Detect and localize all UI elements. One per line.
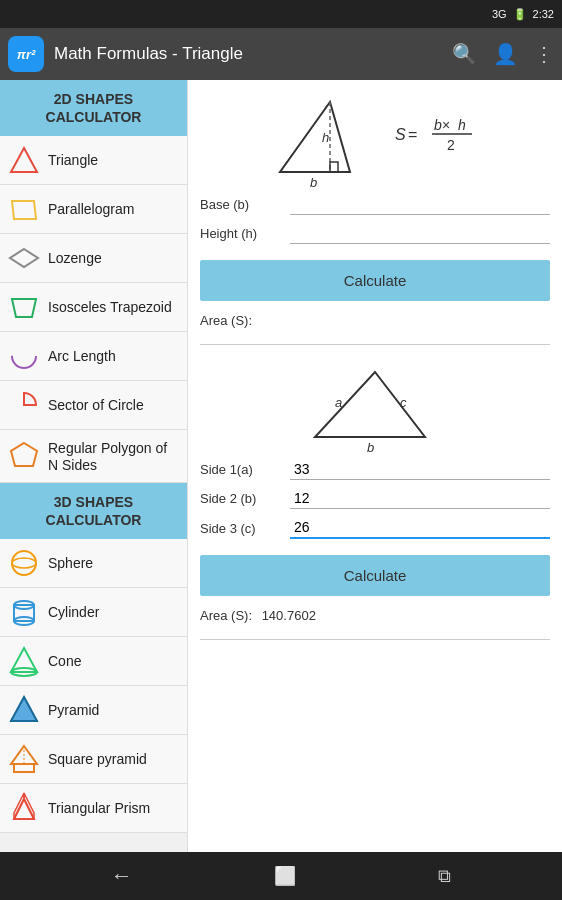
svg-text:b: b [367, 440, 374, 455]
side1-input[interactable] [290, 459, 550, 480]
sidebar-item-isosceles-trapezoid[interactable]: Isosceles Trapezoid [0, 283, 187, 332]
sidebar-item-parallelogram[interactable]: Parallelogram [0, 185, 187, 234]
sector-icon [8, 389, 40, 421]
cylinder-icon [8, 596, 40, 628]
sidebar-item-triangular-prism[interactable]: Triangular Prism [0, 784, 187, 833]
sidebar-item-pyramid[interactable]: Pyramid [0, 686, 187, 735]
recent-apps-button[interactable]: ⧉ [438, 866, 451, 887]
cone-icon [8, 645, 40, 677]
svg-text:c: c [400, 395, 407, 410]
sidebar-item-label: Cylinder [48, 604, 99, 621]
formula-section-2: a c b Side 1(a) Side 2 (b) Side 3 (c) [200, 357, 550, 640]
sidebar-item-sector-of-circle[interactable]: Sector of Circle [0, 381, 187, 430]
sidebar-item-label: Arc Length [48, 348, 116, 365]
svg-marker-33 [315, 372, 425, 437]
sidebar-item-square-pyramid[interactable]: Square pyramid [0, 735, 187, 784]
svg-text:h: h [458, 117, 466, 133]
sidebar-item-label: Square pyramid [48, 751, 147, 768]
polygon-icon [8, 440, 40, 472]
calculate-button-1[interactable]: Calculate [200, 260, 550, 301]
pyramid-icon [8, 694, 40, 726]
lozenge-icon [8, 242, 40, 274]
side1-label: Side 1(a) [200, 462, 290, 477]
result-value-2: 140.7602 [262, 608, 316, 623]
time-display: 2:32 [533, 8, 554, 20]
svg-text:a: a [335, 395, 342, 410]
formula-expression: S = b × h 2 [390, 108, 500, 167]
svg-marker-0 [11, 148, 37, 172]
sidebar-item-label: Sector of Circle [48, 397, 144, 414]
sidebar-item-arc-length[interactable]: Arc Length [0, 332, 187, 381]
triangular-prism-icon [8, 792, 40, 824]
side3-label: Side 3 (c) [200, 521, 290, 536]
sidebar-item-cylinder[interactable]: Cylinder [0, 588, 187, 637]
sidebar: 2D SHAPES CALCULATOR Triangle Parallelog… [0, 80, 188, 852]
base-input[interactable] [290, 194, 550, 215]
height-input-row: Height (h) [200, 223, 550, 244]
sidebar-item-regular-polygon[interactable]: Regular Polygon of N Sides [0, 430, 187, 483]
sidebar-item-sphere[interactable]: Sphere [0, 539, 187, 588]
parallelogram-icon [8, 193, 40, 225]
svg-marker-1 [12, 201, 36, 219]
svg-text:=: = [408, 126, 417, 143]
svg-point-6 [12, 551, 36, 575]
sidebar-item-label: Isosceles Trapezoid [48, 299, 172, 316]
back-button[interactable]: ← [111, 863, 133, 889]
sidebar-item-label: Pyramid [48, 702, 99, 719]
sidebar-item-label: Triangle [48, 152, 98, 169]
side2-input[interactable] [290, 488, 550, 509]
search-icon[interactable]: 🔍 [452, 42, 477, 66]
formula-svg: S = b × h 2 [390, 108, 500, 163]
sidebar-item-label: Parallelogram [48, 201, 134, 218]
svg-text:h: h [322, 130, 329, 145]
triangle-icon [8, 144, 40, 176]
triangle-sides-diagram: a c b [295, 357, 455, 447]
result-row-2: Area (S): 140.7602 [200, 604, 550, 627]
arc-icon [8, 340, 40, 372]
signal-indicator: 3G [492, 8, 507, 20]
side3-input-row: Side 3 (c) [200, 517, 550, 539]
svg-marker-18 [14, 799, 34, 819]
sidebar-item-label: Sphere [48, 555, 93, 572]
result-row-1: Area (S): [200, 309, 550, 332]
sidebar-item-label: Cone [48, 653, 81, 670]
side3-input[interactable] [290, 517, 550, 539]
sidebar-item-cone[interactable]: Cone [0, 637, 187, 686]
sidebar-item-label: Regular Polygon of N Sides [48, 440, 179, 474]
height-label: Height (h) [200, 226, 290, 241]
svg-rect-17 [14, 764, 34, 772]
top-bar: πr² Math Formulas - Triangle 🔍 👤 ⋮ [0, 28, 562, 80]
formula-diagram-1: h b S = b × h 2 [200, 92, 550, 182]
sidebar-item-triangle[interactable]: Triangle [0, 136, 187, 185]
main-layout: 2D SHAPES CALCULATOR Triangle Parallelog… [0, 80, 562, 852]
result-label-1: Area (S): [200, 313, 252, 328]
calculate-button-2[interactable]: Calculate [200, 555, 550, 596]
svg-text:2: 2 [447, 137, 455, 153]
svg-rect-23 [330, 162, 338, 172]
formula-diagram-2: a c b [200, 357, 550, 447]
square-pyramid-icon [8, 743, 40, 775]
svg-text:b: b [310, 175, 317, 190]
more-icon[interactable]: ⋮ [534, 42, 554, 66]
height-input[interactable] [290, 223, 550, 244]
svg-text:S: S [395, 126, 406, 143]
svg-marker-20 [24, 793, 34, 819]
sidebar-item-label: Lozenge [48, 250, 102, 267]
battery-indicator: 🔋 [513, 8, 527, 21]
svg-marker-19 [14, 793, 24, 819]
svg-point-4 [12, 344, 36, 368]
sidebar-item-lozenge[interactable]: Lozenge [0, 234, 187, 283]
user-icon[interactable]: 👤 [493, 42, 518, 66]
content-area: h b S = b × h 2 [188, 80, 562, 852]
svg-marker-13 [11, 697, 37, 721]
sidebar-3d-header: 3D SHAPES CALCULATOR [0, 483, 187, 539]
home-button[interactable]: ⬜ [274, 865, 296, 887]
side2-input-row: Side 2 (b) [200, 488, 550, 509]
side2-label: Side 2 (b) [200, 491, 290, 506]
status-bar: 3G 🔋 2:32 [0, 0, 562, 28]
svg-text:×: × [442, 117, 450, 133]
base-input-row: Base (b) [200, 194, 550, 215]
svg-text:b: b [434, 117, 442, 133]
nav-bar: ← ⬜ ⧉ [0, 852, 562, 900]
top-bar-actions: 🔍 👤 ⋮ [452, 42, 554, 66]
